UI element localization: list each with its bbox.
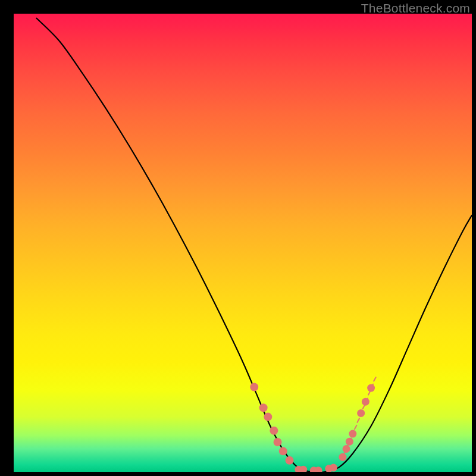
- chart-frame: [5, 5, 471, 471]
- svg-point-24: [330, 464, 337, 472]
- watermark-text: TheBottleneck.com: [361, 1, 470, 15]
- svg-point-28: [349, 430, 356, 438]
- svg-point-13: [259, 403, 268, 412]
- bottleneck-curve: [37, 18, 472, 472]
- svg-point-26: [343, 445, 350, 453]
- chart-svg: [14, 14, 472, 472]
- svg-line-5: [358, 418, 360, 422]
- svg-point-31: [367, 384, 375, 392]
- svg-point-25: [339, 453, 346, 461]
- svg-line-4: [355, 425, 357, 430]
- svg-point-16: [274, 438, 282, 446]
- svg-point-30: [362, 398, 369, 406]
- svg-point-12: [250, 383, 258, 392]
- highlight-dots-bottom: [295, 464, 337, 472]
- svg-point-18: [286, 456, 294, 465]
- plot-area: [14, 14, 472, 472]
- svg-line-11: [374, 377, 376, 381]
- svg-point-14: [264, 413, 272, 421]
- svg-point-27: [346, 438, 353, 446]
- svg-point-29: [357, 409, 365, 417]
- svg-point-17: [279, 447, 287, 455]
- svg-point-15: [270, 427, 278, 435]
